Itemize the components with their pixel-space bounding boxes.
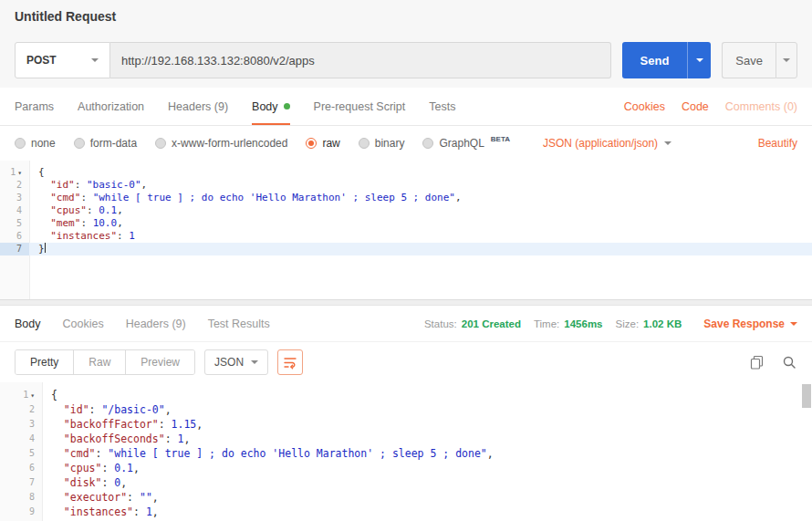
response-view-toolbar: Pretty Raw Preview JSON [0, 342, 812, 382]
response-tab-cookies[interactable]: Cookies [63, 318, 104, 330]
body-mode-row: none form-data x-www-form-urlencoded raw… [0, 126, 812, 161]
text-cursor [45, 243, 46, 253]
view-tab-pretty[interactable]: Pretty [16, 350, 73, 374]
status-label: Status: [424, 318, 457, 329]
code-text: { [42, 388, 57, 402]
save-response-button[interactable]: Save Response [703, 318, 797, 330]
line-number: 7 [0, 475, 42, 490]
copy-icon [750, 355, 764, 370]
response-toolbar-icons [748, 354, 797, 370]
request-tabs-right: Cookies Code Comments (0) [624, 88, 797, 125]
code-text: "cmd": "while [ true ] ; do echo 'Hello … [42, 446, 494, 461]
response-stats: Status: 201 Created Time: 1456ms Size: 1… [424, 318, 797, 330]
search-button[interactable] [781, 354, 797, 370]
scrollbar-thumb[interactable] [802, 384, 811, 408]
cookies-link[interactable]: Cookies [624, 100, 665, 113]
content-type-label: JSON (application/json) [543, 137, 658, 150]
request-title: Untitled Request [15, 9, 116, 24]
radio-icon [359, 138, 370, 149]
code-text: "backoffFactor": 1.15, [42, 417, 203, 432]
code-line: 3 "backoffFactor": 1.15, [0, 417, 812, 432]
line-number: 2 [0, 402, 42, 417]
code-text: "id": "basic-0", [29, 179, 147, 192]
code-line: 2 "id": "/basic-0", [0, 402, 812, 417]
content-type-select[interactable]: JSON (application/json) [543, 137, 671, 150]
tab-pre-request-script[interactable]: Pre-request Script [314, 88, 406, 125]
beautify-link[interactable]: Beautify [758, 137, 797, 150]
save-response-label: Save Response [703, 318, 785, 330]
method-label: POST [26, 54, 57, 67]
code-link[interactable]: Code [682, 100, 709, 113]
code-line: 5 "cmd": "while [ true ] ; do echo 'Hell… [0, 446, 812, 461]
tab-tests[interactable]: Tests [429, 88, 455, 125]
tab-headers[interactable]: Headers (9) [168, 88, 228, 125]
code-text: "backoffSeconds": 1, [42, 432, 190, 446]
chevron-down-icon [664, 141, 671, 145]
response-tab-test-results[interactable]: Test Results [208, 318, 270, 330]
body-mode-none[interactable]: none [15, 137, 56, 150]
body-mode-urlencoded[interactable]: x-www-form-urlencoded [155, 137, 287, 150]
code-text: "instances": 1 [29, 230, 135, 243]
tab-authorization[interactable]: Authorization [78, 88, 144, 125]
body-content-dot [284, 103, 290, 109]
code-text: "mem": 10.0, [29, 217, 123, 230]
view-mode-segmented-control: Pretty Raw Preview [15, 349, 195, 375]
copy-button[interactable] [748, 354, 765, 370]
save-options-button[interactable] [776, 42, 797, 78]
url-input[interactable] [110, 42, 611, 78]
request-tabs: Params Authorization Headers (9) Body Pr… [0, 88, 812, 126]
line-number: 2 [0, 179, 29, 192]
postman-app: Untitled Request POST Send Save Params A… [0, 0, 812, 521]
search-icon [782, 355, 796, 370]
tab-body[interactable]: Body [252, 88, 290, 125]
body-mode-form-data[interactable]: form-data [74, 137, 137, 150]
view-tab-raw[interactable]: Raw [73, 350, 125, 374]
radio-icon [15, 138, 26, 149]
response-format-select[interactable]: JSON [204, 349, 268, 375]
code-line: 1▾{ [0, 166, 812, 179]
code-text: "id": "/basic-0", [42, 402, 172, 417]
send-button[interactable]: Send [622, 42, 688, 78]
comments-link[interactable]: Comments (0) [725, 100, 797, 113]
code-text: "instances": 1, [42, 505, 159, 519]
save-button[interactable]: Save [722, 42, 776, 78]
graphql-beta-badge: BETA [491, 135, 510, 143]
line-number: 3 [0, 192, 29, 204]
code-text: "cmd": "while [ true ] ; do echo 'Hello … [29, 192, 462, 204]
code-line: 2 "id": "basic-0", [0, 179, 812, 192]
tab-params[interactable]: Params [15, 88, 54, 125]
body-mode-graphql[interactable]: GraphQL BETA [422, 137, 510, 150]
view-tab-preview[interactable]: Preview [125, 350, 194, 374]
code-line: 8 "executor": "", [0, 490, 812, 505]
pane-splitter[interactable] [0, 299, 812, 306]
code-text: "executor": "", [42, 490, 159, 505]
save-button-group: Save [722, 42, 797, 78]
response-format-label: JSON [214, 356, 244, 369]
fold-caret-icon[interactable]: ▾ [17, 169, 22, 177]
code-line: 3 "cmd": "while [ true ] ; do echo 'Hell… [0, 192, 812, 204]
mode-label: x-www-form-urlencoded [172, 137, 287, 150]
send-options-button[interactable] [687, 42, 711, 78]
radio-icon [74, 138, 85, 149]
response-tab-headers[interactable]: Headers (9) [126, 318, 186, 330]
mode-label: form-data [90, 137, 137, 150]
request-tabs-left: Params Authorization Headers (9) Body Pr… [15, 88, 455, 125]
request-body-editor[interactable]: 1▾{2 "id": "basic-0",3 "cmd": "while [ t… [0, 161, 812, 299]
fold-caret-icon[interactable]: ▾ [30, 391, 35, 400]
code-line: 6 "cpus": 0.1, [0, 461, 812, 475]
response-body-editor[interactable]: 1▾{2 "id": "/basic-0",3 "backoffFactor":… [0, 382, 812, 521]
mode-label: raw [322, 137, 339, 150]
line-number: 4 [0, 432, 42, 446]
size-value: 1.02 KB [643, 318, 682, 329]
code-text: "disk": 0, [42, 475, 127, 490]
body-mode-raw[interactable]: raw [306, 137, 339, 150]
mode-label: GraphQL [439, 137, 484, 150]
response-tab-body[interactable]: Body [15, 318, 41, 330]
code-line: 1▾{ [0, 388, 812, 402]
method-select[interactable]: POST [15, 42, 110, 78]
size-label: Size: [616, 318, 640, 329]
code-line: 6 "instances": 1 [0, 230, 812, 243]
wrap-text-button[interactable] [277, 349, 303, 375]
body-mode-binary[interactable]: binary [359, 137, 405, 150]
code-line: 7 "disk": 0, [0, 475, 812, 490]
